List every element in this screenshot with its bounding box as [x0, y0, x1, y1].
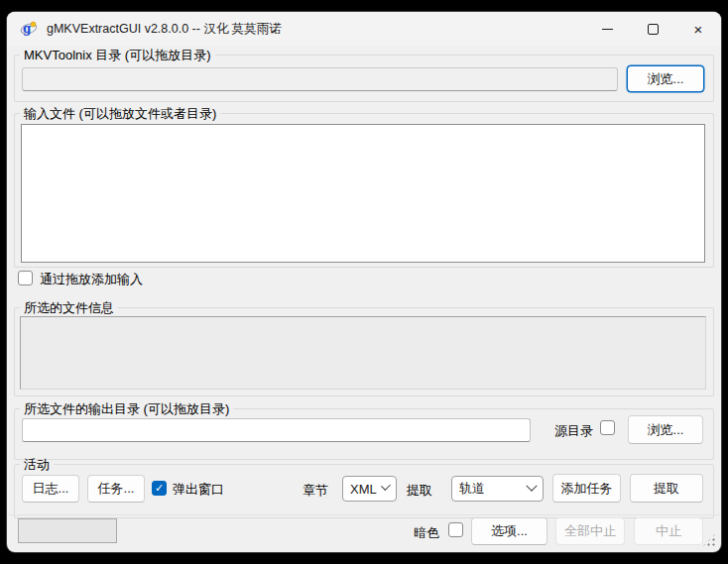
- source-dir-checkbox-label[interactable]: 源目录: [554, 422, 593, 440]
- activity-group-label: 活动: [20, 457, 54, 472]
- checkmark-icon: ✓: [155, 483, 164, 494]
- dark-mode-checkbox[interactable]: [448, 522, 463, 537]
- title-bar: g gMKVExtractGUI v2.8.0.0 -- 汉化 莫莫雨诺 ×: [7, 12, 721, 46]
- window-title: gMKVExtractGUI v2.8.0.0 -- 汉化 莫莫雨诺: [47, 21, 282, 38]
- app-window: g gMKVExtractGUI v2.8.0.0 -- 汉化 莫莫雨诺 × M…: [7, 12, 721, 552]
- maximize-button[interactable]: [630, 12, 675, 46]
- statusbar-separator: [8, 514, 720, 515]
- output-dir-browse-button[interactable]: 浏览...: [628, 415, 703, 444]
- extract-mode-select[interactable]: 轨道: [451, 476, 544, 502]
- svg-text:g: g: [23, 22, 32, 36]
- source-dir-checkbox[interactable]: [600, 420, 615, 435]
- app-icon: g: [20, 20, 38, 38]
- extract-mode-label: 提取: [407, 482, 432, 500]
- add-by-drag-checkbox[interactable]: [18, 271, 33, 285]
- popup-window-checkbox-label[interactable]: 弹出窗口: [173, 481, 224, 499]
- minimize-icon: [602, 29, 613, 30]
- file-info-group-label: 所选的文件信息: [20, 300, 118, 315]
- log-button[interactable]: 日志...: [22, 475, 79, 503]
- add-job-button[interactable]: 添加任务: [552, 474, 621, 503]
- abort-button: 中止: [634, 517, 703, 545]
- progress-bar: [18, 518, 117, 543]
- mkvtoolnix-dir-group-label: MKVToolnix 目录 (可以拖放目录): [20, 48, 215, 62]
- chevron-down-icon: [381, 481, 391, 491]
- close-button[interactable]: ×: [675, 12, 721, 46]
- chapter-label: 章节: [303, 482, 328, 500]
- chapter-type-select[interactable]: XML: [342, 476, 397, 502]
- options-button[interactable]: 选项...: [471, 517, 547, 545]
- file-info-textarea: [20, 316, 706, 390]
- output-dir-input[interactable]: [22, 418, 531, 442]
- mkvtoolnix-dir-input[interactable]: [22, 67, 618, 91]
- popup-window-checkbox[interactable]: ✓: [152, 481, 167, 496]
- chevron-down-icon: [526, 481, 537, 492]
- jobs-button[interactable]: 任务...: [87, 475, 145, 503]
- chapter-type-value: XML: [350, 482, 377, 497]
- abort-all-button: 全部中止: [555, 517, 625, 545]
- extract-button[interactable]: 提取: [630, 474, 703, 503]
- add-by-drag-checkbox-label[interactable]: 通过拖放添加输入: [40, 271, 143, 288]
- dark-mode-checkbox-label[interactable]: 暗色: [414, 524, 439, 542]
- extract-mode-value: 轨道: [459, 480, 485, 498]
- maximize-icon: [648, 24, 659, 35]
- resize-grip-icon[interactable]: [702, 533, 716, 547]
- input-files-group-label: 输入文件 (可以拖放文件或者目录): [20, 106, 220, 121]
- input-files-list[interactable]: [21, 124, 705, 263]
- minimize-button[interactable]: [584, 12, 630, 46]
- mkvtoolnix-browse-button[interactable]: 浏览...: [627, 65, 704, 92]
- output-dir-group-label: 所选文件的输出目录 (可以拖放目录): [20, 401, 233, 416]
- close-icon: ×: [694, 22, 703, 37]
